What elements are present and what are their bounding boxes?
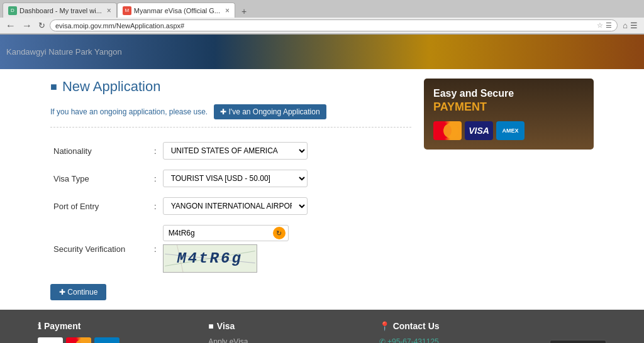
godaddy-area: GODADDY ✓ VERIFIED & SECURED VERIFY SECU…	[550, 321, 606, 343]
nationality-select[interactable]: UNITED STATES OF AMERICA UNITED KINGDOM …	[163, 142, 308, 160]
visa-type-field-cell: TOURIST VISA [USD - 50.00] BUSINESS VISA…	[160, 165, 411, 192]
nationality-sep: :	[151, 137, 160, 165]
visa-type-row: Visa Type : TOURIST VISA [USD - 50.00] B…	[50, 165, 411, 192]
security-label: Security Verification	[50, 220, 151, 278]
nationality-label: Nationality	[50, 137, 151, 165]
page-title-icon: ■	[50, 80, 57, 94]
footer-apply-evisa-link[interactable]: Apply eVisa	[208, 337, 353, 343]
contact-phone: ✆ +95-67-431125	[379, 337, 525, 343]
payment-badge-subtitle: PAYMENT	[433, 101, 584, 114]
payment-cards: VISA AMEX	[433, 121, 584, 140]
footer-payment-title: ℹ Payment	[38, 321, 183, 331]
payment-badge: Easy and Secure PAYMENT VISA AMEX	[424, 79, 594, 150]
application-form: Nationality : UNITED STATES OF AMERICA U…	[50, 137, 411, 278]
visa-type-sep: :	[151, 165, 160, 192]
godaddy-badge: GODADDY ✓ VERIFIED & SECURED VERIFY SECU…	[550, 340, 606, 343]
nationality-row: Nationality : UNITED STATES OF AMERICA U…	[50, 137, 411, 165]
browser-actions: ⌂ ☰	[620, 21, 640, 30]
captcha-input-wrap: ↻	[163, 225, 289, 241]
captcha-text: M4tR6g	[177, 250, 242, 267]
footer: ℹ Payment VISA AMEX ■ Visa Apply eVisa O…	[0, 310, 644, 343]
tab-2-title: Myanmar eVisa (Official G...	[134, 7, 220, 14]
footer-amex-logo: AMEX	[94, 337, 119, 343]
footer-card-logos: VISA AMEX	[38, 337, 183, 343]
port-of-entry-row: Port of Entry : YANGON INTERNATIONAL AIR…	[50, 192, 411, 220]
left-panel: ■ New Application If you have an ongoing…	[50, 79, 411, 300]
captcha-image-area: M4tR6g	[163, 244, 408, 273]
page-title-area: ■ New Application	[50, 79, 411, 95]
port-select[interactable]: YANGON INTERNATIONAL AIRPORT MANDALAY IN…	[163, 197, 308, 215]
header-image: Kandawgyi Nature Park Yangon	[0, 35, 644, 69]
captcha-image: M4tR6g	[163, 244, 257, 273]
refresh-button[interactable]: ↻	[36, 21, 47, 30]
mastercard-logo	[433, 121, 462, 140]
header-text: Kandawgyi Nature Park Yangon	[6, 47, 122, 57]
footer-visa-col: ■ Visa Apply eVisa Ongoing Visa Applicat…	[208, 321, 353, 343]
nationality-field-cell: UNITED STATES OF AMERICA UNITED KINGDOM …	[160, 137, 411, 165]
browser-chrome: D Dashboard - My travel wi... × M Myanma…	[0, 0, 644, 35]
ongoing-text: If you have an ongoing application, plea…	[50, 107, 208, 116]
visa-logo: VISA	[465, 121, 493, 140]
ongoing-application-button[interactable]: ✚ I've an Ongoing Application	[214, 104, 326, 119]
home-button[interactable]: ⌂	[623, 21, 628, 30]
security-sep: :	[151, 220, 160, 278]
port-label: Port of Entry	[50, 192, 151, 220]
tab-bar: D Dashboard - My travel wi... × M Myanma…	[0, 0, 644, 18]
back-button[interactable]: ←	[4, 21, 18, 31]
page-title: New Application	[62, 79, 161, 95]
visa-type-select[interactable]: TOURIST VISA [USD - 50.00] BUSINESS VISA…	[163, 170, 308, 187]
port-sep: :	[151, 192, 160, 220]
bookmark-icon: ☆	[597, 21, 603, 30]
tab-1-close[interactable]: ×	[107, 6, 111, 15]
svg-point-4	[443, 123, 458, 138]
port-field-cell: YANGON INTERNATIONAL AIRPORT MANDALAY IN…	[160, 192, 411, 220]
footer-visa-label: Visa	[217, 321, 235, 331]
new-tab-button[interactable]: +	[238, 5, 250, 18]
footer-payment-label: Payment	[44, 321, 80, 331]
right-panel: Easy and Secure PAYMENT VISA AMEX	[424, 79, 594, 300]
tab-1-title: Dashboard - My travel wi...	[19, 7, 102, 14]
footer-visa-title: ■ Visa	[208, 321, 353, 331]
captcha-input[interactable]	[163, 225, 289, 241]
visa-col-icon: ■	[208, 321, 213, 331]
menu-icon: ☰	[606, 21, 612, 30]
footer-visa-logo: VISA	[38, 337, 63, 343]
tab-2-close[interactable]: ×	[225, 6, 230, 15]
captcha-refresh-button[interactable]: ↻	[273, 227, 286, 239]
payment-badge-title: Easy and Secure	[433, 88, 584, 99]
footer-contact-label: Contact Us	[393, 321, 440, 331]
tab-1-favicon: D	[8, 6, 17, 15]
tab-1[interactable]: D Dashboard - My travel wi... ×	[3, 3, 117, 18]
url-bar[interactable]: evisa.moip.gov.mm/NewApplication.aspx# ☆…	[50, 19, 618, 31]
security-row: Security Verification : ↻	[50, 220, 411, 278]
amex-logo: AMEX	[496, 121, 525, 140]
footer-contact-col: 📍 Contact Us ✆ +95-67-431125 Contact us …	[379, 321, 525, 343]
tab-2-favicon: M	[123, 6, 131, 15]
footer-contact-title: 📍 Contact Us	[379, 321, 525, 331]
footer-mastercard-logo	[66, 337, 91, 343]
address-bar: ← → ↻ evisa.moip.gov.mm/NewApplication.a…	[0, 18, 644, 34]
payment-info-icon: ℹ	[38, 321, 41, 331]
footer-payment-col: ℹ Payment VISA AMEX	[38, 321, 183, 343]
url-text: evisa.moip.gov.mm/NewApplication.aspx#	[55, 22, 594, 30]
main-content: ■ New Application If you have an ongoing…	[0, 69, 644, 310]
contact-location-icon: 📍	[379, 321, 390, 331]
visa-type-label: Visa Type	[50, 165, 151, 192]
settings-button[interactable]: ☰	[630, 21, 638, 30]
security-field-cell: ↻ M4tR6g	[160, 220, 411, 278]
forward-button[interactable]: →	[20, 21, 34, 31]
tab-2[interactable]: M Myanmar eVisa (Official G... ×	[117, 3, 235, 18]
ongoing-bar: If you have an ongoing application, plea…	[50, 104, 411, 128]
continue-button[interactable]: ✚ Continue	[50, 284, 106, 300]
